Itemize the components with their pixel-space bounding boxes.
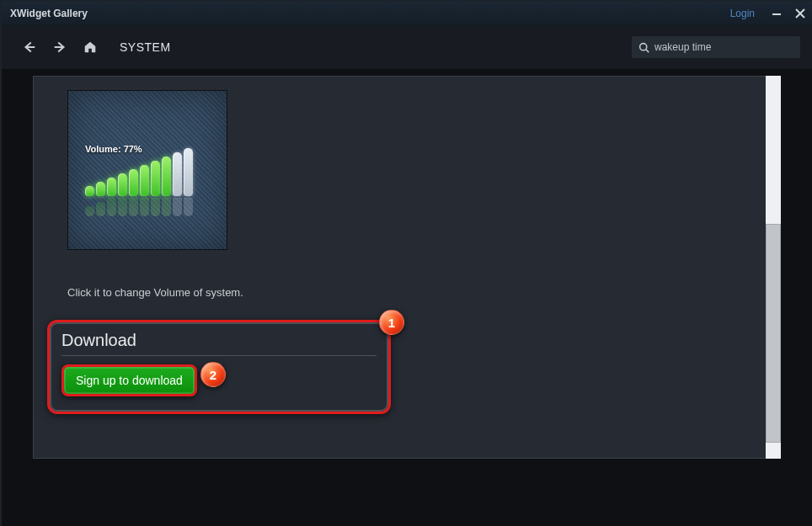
widget-thumbnail[interactable]: Volume: 77% [67, 90, 227, 250]
volume-bar [173, 198, 182, 216]
callout-badge-1: 1 [379, 310, 404, 335]
home-icon [83, 40, 98, 55]
forward-button[interactable] [47, 35, 72, 60]
volume-bar [118, 198, 127, 216]
arrow-left-icon [22, 40, 37, 55]
svg-line-6 [646, 49, 649, 51]
volume-bar [85, 206, 94, 216]
volume-bar [151, 198, 160, 216]
volume-bar [162, 198, 171, 216]
close-button[interactable] [788, 2, 812, 25]
svg-point-5 [640, 43, 647, 50]
volume-bar [184, 148, 193, 196]
login-link[interactable]: Login [730, 8, 755, 19]
search-icon [638, 42, 649, 53]
signup-download-button[interactable]: Sign up to download [61, 364, 197, 396]
breadcrumb[interactable]: SYSTEM [120, 40, 171, 54]
volume-bar [107, 178, 116, 196]
volume-bar [162, 157, 171, 196]
volume-bar [107, 198, 116, 216]
volume-bar [118, 173, 127, 196]
scrollbar-thumb[interactable] [766, 224, 781, 443]
close-icon [794, 8, 806, 19]
callout-badge-2: 2 [200, 362, 226, 387]
volume-bar [96, 202, 105, 216]
volume-bar [85, 186, 94, 196]
arrow-right-icon [52, 40, 67, 55]
download-heading: Download [61, 331, 377, 350]
volume-bar [129, 198, 138, 216]
search-box[interactable] [632, 36, 800, 58]
titlebar: XWidget Gallery Login [2, 2, 812, 25]
home-button[interactable] [77, 35, 103, 60]
volume-bar [96, 182, 105, 196]
window-title: XWidget Gallery [10, 8, 88, 19]
minimize-button[interactable] [765, 2, 788, 25]
widget-description: Click it to change Volume of system. [67, 286, 243, 299]
search-input[interactable] [654, 41, 793, 53]
toolbar: SYSTEM [2, 25, 812, 69]
volume-bar [140, 198, 149, 216]
volume-bars-reflection [85, 198, 193, 216]
volume-bars [85, 148, 193, 196]
volume-bar [140, 165, 149, 196]
volume-bar [129, 169, 138, 196]
minimize-icon [771, 8, 783, 19]
divider [61, 355, 377, 356]
back-button[interactable] [17, 35, 42, 60]
volume-bar [173, 152, 182, 196]
volume-bar [184, 198, 193, 216]
volume-bar [151, 161, 160, 196]
